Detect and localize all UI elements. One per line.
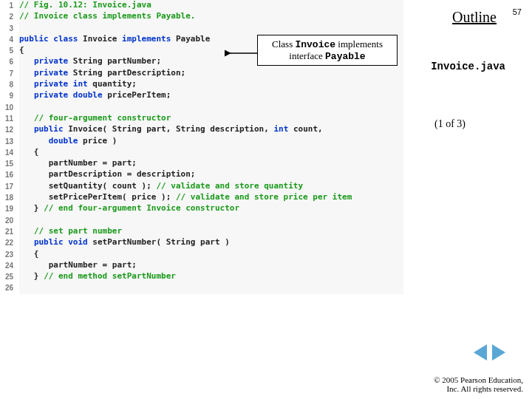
code-token: partNumber = part; — [19, 158, 137, 168]
code-line: private double pricePerItem; — [19, 90, 403, 101]
code-token: Invoice — [78, 34, 122, 44]
line-number: 25 — [0, 271, 16, 282]
line-number-gutter: 1234567891011121314151617181920212223242… — [0, 0, 16, 294]
code-line: setPricePerItem( price ); // validate an… — [19, 192, 403, 203]
code-token: } — [19, 271, 44, 281]
code-line: // Invoice class implements Payable. — [19, 11, 403, 22]
line-number: 13 — [0, 136, 16, 147]
line-number: 17 — [0, 181, 16, 192]
code-token: public class — [19, 34, 78, 44]
code-token — [19, 56, 34, 66]
line-number: 5 — [0, 45, 16, 56]
code-line — [19, 102, 403, 113]
code-token: price ) — [78, 136, 117, 146]
code-token: int — [273, 124, 288, 134]
code-token: { — [19, 45, 24, 55]
callout-arrow-icon — [225, 49, 259, 58]
line-number: 6 — [0, 56, 16, 67]
code-line: setQuantity( count ); // validate and st… — [19, 181, 403, 192]
code-token — [19, 124, 34, 134]
code-line: partDescription = description; — [19, 169, 403, 180]
code-token: Invoice( String part, String description… — [64, 124, 274, 134]
copyright-line1: © 2005 Pearson Education, — [434, 375, 523, 384]
code-token: double — [49, 136, 78, 146]
code-token: // Invoice class implements Payable. — [19, 11, 195, 21]
line-number: 10 — [0, 102, 16, 113]
line-number: 4 — [0, 34, 16, 45]
code-token: private — [34, 56, 68, 66]
code-token: partDescription = description; — [19, 169, 195, 179]
code-line: double price ) — [19, 136, 403, 147]
code-line: private String partDescription; — [19, 68, 403, 79]
code-line — [19, 23, 403, 34]
copyright-notice: © 2005 Pearson Education, Inc. All right… — [434, 375, 523, 393]
code-line: public Invoice( String part, String desc… — [19, 124, 403, 135]
code-token: partNumber = part; — [19, 260, 137, 270]
line-number: 16 — [0, 169, 16, 180]
code-line — [19, 215, 403, 226]
line-number: 21 — [0, 226, 16, 237]
line-number: 26 — [0, 282, 16, 293]
callout-interface: Payable — [325, 51, 366, 62]
line-number: 23 — [0, 249, 16, 260]
line-number: 1 — [0, 0, 16, 11]
code-token: // end method setPartNumber — [44, 271, 176, 281]
code-token: // validate and store quantity — [156, 181, 303, 191]
code-line: { — [19, 147, 403, 158]
code-token — [19, 68, 34, 78]
code-token: { — [19, 249, 39, 259]
line-number: 14 — [0, 147, 16, 158]
line-number: 19 — [0, 203, 16, 214]
code-line: } // end four-argument Invoice construct… — [19, 203, 403, 214]
code-line: // Fig. 10.12: Invoice.java — [19, 0, 403, 11]
line-number: 2 — [0, 11, 16, 22]
code-token: // validate and store price per item — [176, 192, 352, 202]
line-number: 12 — [0, 124, 16, 135]
code-token: } — [19, 203, 44, 213]
code-token: count, — [288, 124, 322, 134]
code-token: // four-argument constructor — [34, 113, 171, 123]
code-token — [19, 226, 34, 236]
code-token: setPartNumber( String part ) — [88, 237, 230, 247]
code-token: // end four-argument Invoice constructor — [44, 203, 239, 213]
line-number: 24 — [0, 260, 16, 271]
code-token — [19, 90, 34, 100]
code-line: partNumber = part; — [19, 158, 403, 169]
prev-slide-button[interactable] — [474, 344, 487, 361]
annotation-callout: Class Invoice implements interface Payab… — [257, 35, 398, 66]
line-number: 9 — [0, 90, 16, 101]
page-number: 57 — [513, 7, 522, 16]
code-token: public — [34, 124, 64, 134]
code-line: private int quantity; — [19, 79, 403, 90]
line-number: 15 — [0, 158, 16, 169]
code-token: // Fig. 10.12: Invoice.java — [19, 0, 151, 10]
line-number: 11 — [0, 113, 16, 124]
code-token — [19, 113, 34, 123]
callout-text-pre: Class — [272, 38, 295, 50]
code-line: // four-argument constructor — [19, 113, 403, 124]
line-number: 22 — [0, 237, 16, 248]
code-line: partNumber = part; — [19, 260, 403, 271]
outline-heading: Outline — [452, 9, 497, 26]
nav-buttons — [471, 344, 505, 364]
code-line: { — [19, 249, 403, 260]
code-token: quantity; — [88, 79, 137, 89]
code-line — [19, 282, 403, 293]
line-number: 7 — [0, 68, 16, 79]
line-number: 20 — [0, 215, 16, 226]
code-token: setPricePerItem( price ); — [19, 192, 176, 202]
next-slide-button[interactable] — [492, 344, 505, 361]
code-token — [19, 237, 34, 247]
code-token: implements — [122, 34, 171, 44]
line-number: 18 — [0, 192, 16, 203]
code-token: private int — [34, 79, 88, 89]
callout-class: Invoice — [295, 39, 335, 50]
code-token: pricePerItem; — [103, 90, 171, 100]
code-token: public void — [34, 237, 88, 247]
copyright-line2: Inc. All rights reserved. — [434, 384, 523, 393]
code-token — [19, 79, 34, 89]
page-indicator: (1 of 3) — [434, 118, 466, 130]
code-token: // set part number — [34, 226, 122, 236]
code-line: } // end method setPartNumber — [19, 271, 403, 282]
code-line: public void setPartNumber( String part ) — [19, 237, 403, 248]
